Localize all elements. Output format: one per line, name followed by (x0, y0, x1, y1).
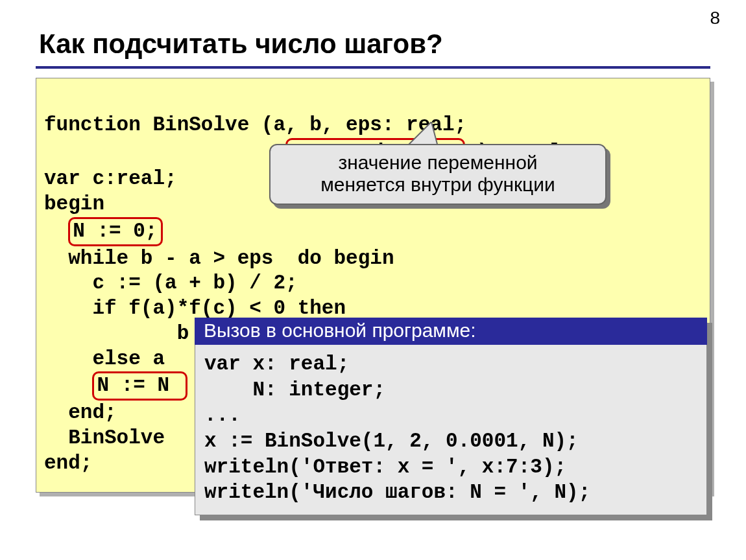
code-line: begin (44, 192, 104, 215)
heading: Как подсчитать число шагов? (39, 29, 443, 60)
code-line: c := (a + b) / 2; (44, 272, 298, 294)
overlay-line: var x: real; (204, 353, 349, 375)
callout-line1: значение переменной (283, 152, 592, 174)
code-line (44, 220, 68, 242)
callout-note: значение переменной меняется внутри функ… (269, 144, 607, 205)
code-line: b (44, 322, 201, 345)
code-line: end; (44, 452, 92, 474)
code-line (44, 374, 92, 397)
heading-rule (36, 66, 710, 69)
highlight-n-zero: N := 0; (68, 217, 163, 246)
page-number: 8 (710, 8, 720, 29)
code-line: while b - a > eps do begin (44, 247, 394, 270)
overlay-line: x := BinSolve(1, 2, 0.0001, N); (204, 430, 579, 452)
overlay-code: var x: real; N: integer; ... x := BinSol… (195, 345, 707, 515)
code-line (44, 141, 285, 163)
overlay-line: ... (204, 404, 241, 426)
overlay-line: N: integer; (204, 379, 385, 401)
highlight-n-increment: N := N (92, 371, 187, 401)
code-line: end; (44, 401, 117, 424)
overlay-title: Вызов в основной программе: (195, 318, 707, 345)
code-line: if f(a)*f(c) < 0 then (44, 297, 346, 320)
callout-line2: меняется внутри функции (283, 174, 592, 196)
code-line: BinSolve (44, 426, 177, 449)
overlay-line: writeln('Число шагов: N = ', N); (204, 481, 590, 504)
code-line: else a (44, 347, 177, 370)
overlay-line: writeln('Ответ: x = ', x:7:3); (204, 456, 566, 478)
code-line: var c:real; (44, 167, 177, 190)
overlay-panel: Вызов в основной программе: var x: real;… (195, 318, 707, 515)
